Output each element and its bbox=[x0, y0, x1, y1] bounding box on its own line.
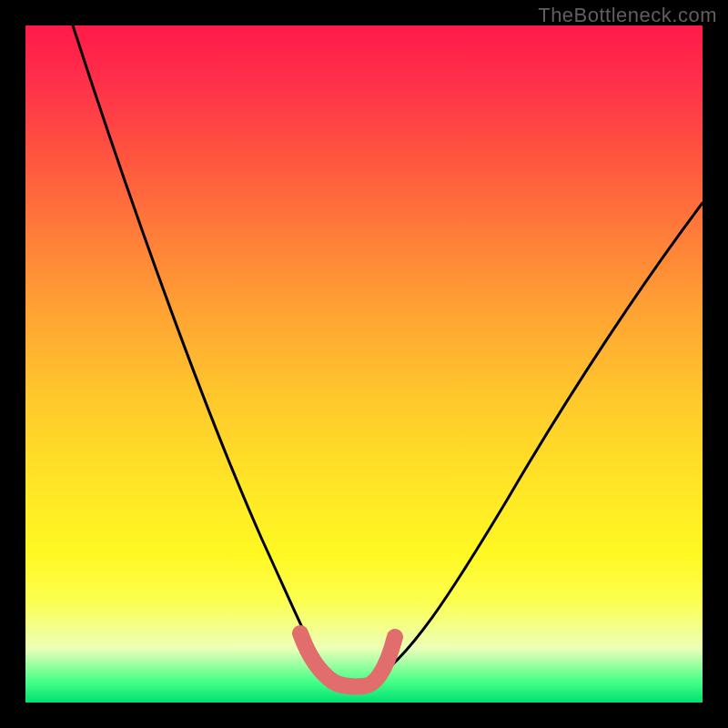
watermark-text: TheBottleneck.com bbox=[538, 4, 717, 27]
chart-gradient-background bbox=[25, 25, 703, 703]
chart-container: TheBottleneck.com bbox=[0, 0, 728, 728]
